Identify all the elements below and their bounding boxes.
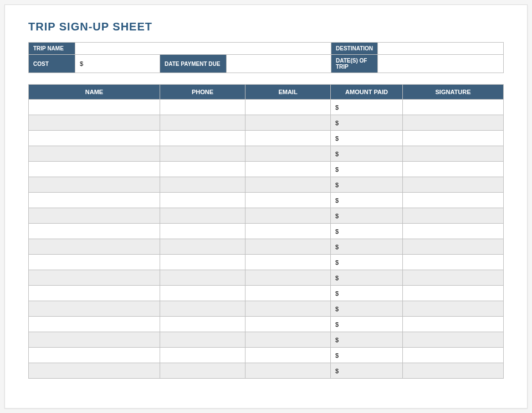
- cell-amount[interactable]: $: [331, 270, 403, 286]
- cell-phone[interactable]: [160, 162, 245, 177]
- cell-email[interactable]: [245, 100, 331, 115]
- cell-amount[interactable]: $: [331, 162, 403, 177]
- page-title: TRIP SIGN-UP SHEET: [28, 20, 504, 33]
- cell-signature[interactable]: [403, 146, 504, 162]
- cell-email[interactable]: [245, 286, 331, 301]
- cell-amount[interactable]: $: [331, 115, 403, 131]
- cell-signature[interactable]: [403, 224, 504, 239]
- cell-amount[interactable]: $: [331, 193, 403, 208]
- trip-name-value[interactable]: [75, 43, 331, 55]
- cell-amount[interactable]: $: [331, 208, 403, 224]
- cell-phone[interactable]: [160, 115, 245, 131]
- cell-name[interactable]: [29, 363, 160, 379]
- cell-amount[interactable]: $: [331, 146, 403, 162]
- cell-signature[interactable]: [403, 363, 504, 379]
- cell-email[interactable]: [245, 224, 331, 239]
- cell-signature[interactable]: [403, 115, 504, 131]
- cell-amount[interactable]: $: [331, 286, 403, 301]
- cell-phone[interactable]: [160, 146, 245, 162]
- cell-email[interactable]: [245, 162, 331, 177]
- destination-value[interactable]: [378, 43, 504, 55]
- cell-email[interactable]: [245, 115, 331, 131]
- cell-signature[interactable]: [403, 270, 504, 286]
- cell-signature[interactable]: [403, 348, 504, 363]
- cell-phone[interactable]: [160, 239, 245, 255]
- cell-name[interactable]: [29, 193, 160, 208]
- cell-name[interactable]: [29, 270, 160, 286]
- cell-email[interactable]: [245, 317, 331, 332]
- cell-signature[interactable]: [403, 286, 504, 301]
- cell-email[interactable]: [245, 131, 331, 146]
- cell-name[interactable]: [29, 131, 160, 146]
- info-row-1: TRIP NAME DESTINATION: [29, 43, 504, 55]
- cell-name[interactable]: [29, 255, 160, 270]
- cell-amount[interactable]: $: [331, 301, 403, 317]
- cell-amount[interactable]: $: [331, 177, 403, 193]
- cell-name[interactable]: [29, 317, 160, 332]
- cell-phone[interactable]: [160, 363, 245, 379]
- cell-signature[interactable]: [403, 208, 504, 224]
- cell-email[interactable]: [245, 146, 331, 162]
- cell-signature[interactable]: [403, 131, 504, 146]
- cell-signature[interactable]: [403, 301, 504, 317]
- cell-amount[interactable]: $: [331, 317, 403, 332]
- cell-amount[interactable]: $: [331, 224, 403, 239]
- cell-signature[interactable]: [403, 317, 504, 332]
- cell-name[interactable]: [29, 224, 160, 239]
- cell-amount[interactable]: $: [331, 100, 403, 115]
- cell-name[interactable]: [29, 348, 160, 363]
- cell-phone[interactable]: [160, 224, 245, 239]
- cell-name[interactable]: [29, 177, 160, 193]
- cell-name[interactable]: [29, 115, 160, 131]
- cell-signature[interactable]: [403, 255, 504, 270]
- cell-name[interactable]: [29, 332, 160, 348]
- cell-signature[interactable]: [403, 162, 504, 177]
- cell-name[interactable]: [29, 100, 160, 115]
- cell-email[interactable]: [245, 332, 331, 348]
- cell-phone[interactable]: [160, 100, 245, 115]
- cell-signature[interactable]: [403, 332, 504, 348]
- cell-phone[interactable]: [160, 301, 245, 317]
- cell-phone[interactable]: [160, 131, 245, 146]
- cell-name[interactable]: [29, 286, 160, 301]
- cell-signature[interactable]: [403, 100, 504, 115]
- date-due-value[interactable]: [227, 55, 331, 73]
- cell-phone[interactable]: [160, 255, 245, 270]
- cell-amount[interactable]: $: [331, 239, 403, 255]
- cell-amount[interactable]: $: [331, 348, 403, 363]
- col-name: NAME: [29, 85, 160, 100]
- cell-signature[interactable]: [403, 239, 504, 255]
- cost-value[interactable]: $: [75, 55, 160, 73]
- cell-email[interactable]: [245, 270, 331, 286]
- cell-name[interactable]: [29, 208, 160, 224]
- cell-name[interactable]: [29, 146, 160, 162]
- cell-email[interactable]: [245, 363, 331, 379]
- cell-email[interactable]: [245, 208, 331, 224]
- cell-name[interactable]: [29, 239, 160, 255]
- cell-signature[interactable]: [403, 177, 504, 193]
- cell-email[interactable]: [245, 177, 331, 193]
- cell-email[interactable]: [245, 255, 331, 270]
- info-table: TRIP NAME DESTINATION COST $ DATE PAYMEN…: [28, 42, 504, 73]
- cell-phone[interactable]: [160, 332, 245, 348]
- cell-name[interactable]: [29, 301, 160, 317]
- cell-phone[interactable]: [160, 348, 245, 363]
- cell-email[interactable]: [245, 348, 331, 363]
- cell-email[interactable]: [245, 239, 331, 255]
- cell-amount[interactable]: $: [331, 131, 403, 146]
- cell-phone[interactable]: [160, 286, 245, 301]
- cell-amount[interactable]: $: [331, 255, 403, 270]
- cell-phone[interactable]: [160, 177, 245, 193]
- cell-email[interactable]: [245, 301, 331, 317]
- cell-phone[interactable]: [160, 208, 245, 224]
- cell-signature[interactable]: [403, 193, 504, 208]
- cell-amount[interactable]: $: [331, 363, 403, 379]
- cell-phone[interactable]: [160, 193, 245, 208]
- cell-email[interactable]: [245, 193, 331, 208]
- cell-phone[interactable]: [160, 317, 245, 332]
- cell-phone[interactable]: [160, 270, 245, 286]
- cell-amount[interactable]: $: [331, 332, 403, 348]
- col-phone: PHONE: [160, 85, 245, 100]
- cell-name[interactable]: [29, 162, 160, 177]
- dates-trip-value[interactable]: [378, 55, 504, 73]
